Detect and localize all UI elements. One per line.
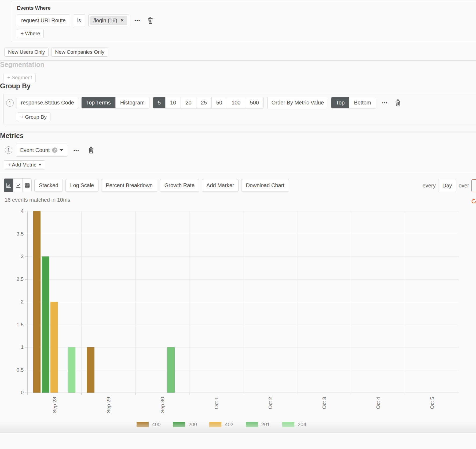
- group-by-count-option[interactable]: 20: [181, 97, 196, 108]
- toolbar-button-log-scale[interactable]: Log Scale: [65, 179, 98, 192]
- legend-item-400[interactable]: 400: [137, 422, 161, 428]
- legend-swatch: [282, 422, 294, 427]
- legend-item-201[interactable]: 201: [246, 422, 270, 428]
- date-range-button[interactable]: Last: [471, 179, 476, 192]
- line-chart-icon: [15, 183, 21, 188]
- y-axis-label: 2: [8, 299, 24, 305]
- ellipsis-icon: •••: [135, 18, 141, 23]
- trash-icon: [88, 146, 94, 154]
- toolbar-button-percent-breakdown[interactable]: Percent Breakdown: [101, 179, 157, 192]
- chart-type-segment: [4, 178, 32, 192]
- metric-more-button[interactable]: •••: [73, 147, 80, 153]
- legend-swatch: [137, 422, 149, 427]
- x-axis-label: Oct 4: [375, 397, 381, 409]
- group-by-mode-option[interactable]: Histogram: [115, 97, 149, 108]
- filter-value-chip[interactable]: /login (16) ✕: [90, 16, 127, 25]
- status-line: 16 events matched in 10ms: [5, 197, 476, 203]
- group-by-title: Group By: [0, 82, 476, 90]
- quick-filter-button[interactable]: New Companies Only: [51, 48, 108, 57]
- quick-filter-row: New Users OnlyNew Companies Only: [4, 48, 476, 57]
- group-by-delete-button[interactable]: [394, 99, 402, 107]
- quick-filter-button[interactable]: New Users Only: [4, 48, 49, 57]
- bar-200-sep-28[interactable]: [42, 256, 49, 393]
- filter-more-button[interactable]: •••: [134, 18, 141, 23]
- metric-label: Event Count: [20, 147, 50, 153]
- filter-row: request.URI Route is /login (16) ✕ •••: [17, 15, 473, 26]
- x-tick: [351, 393, 351, 395]
- group-by-more-button[interactable]: •••: [382, 100, 389, 106]
- bar-204-sep-28[interactable]: [68, 347, 75, 393]
- bar-400-sep-28[interactable]: [33, 211, 41, 393]
- group-by-count-option[interactable]: 10: [165, 97, 181, 108]
- remove-chip-icon[interactable]: ✕: [120, 18, 124, 23]
- group-by-direction-option[interactable]: Top: [331, 97, 349, 108]
- bar-chart-type-button[interactable]: [4, 179, 13, 192]
- x-tick: [243, 393, 243, 395]
- bar-201-sep-30[interactable]: [167, 347, 175, 393]
- metric-select-button[interactable]: Event Count ?: [16, 144, 67, 157]
- group-by-count-option[interactable]: 50: [211, 97, 227, 108]
- add-segment-button[interactable]: + Segment: [3, 73, 36, 82]
- filter-value-box[interactable]: /login (16) ✕: [88, 15, 129, 26]
- y-tick: [25, 393, 27, 393]
- group-by-count-option[interactable]: 100: [227, 97, 245, 108]
- x-axis-label: Oct 2: [268, 397, 273, 409]
- toolbar-buttons: StackedLog ScalePercent BreakdownGrowth …: [34, 179, 289, 192]
- group-by-panel: 1 response.Status Code Top TermsHistogra…: [3, 93, 476, 125]
- legend-item-200[interactable]: 200: [173, 422, 197, 428]
- legend-label: 400: [152, 422, 161, 428]
- v-gridline: [297, 211, 297, 393]
- filter-delete-button[interactable]: [147, 16, 154, 25]
- refresh-icon: [471, 198, 476, 204]
- group-by-direction-option[interactable]: Bottom: [349, 97, 375, 108]
- y-tick: [25, 370, 27, 370]
- add-group-by-button[interactable]: + Group By: [17, 113, 50, 122]
- y-axis-label: 1.5: [8, 321, 24, 328]
- filter-operator-button[interactable]: is: [73, 15, 85, 26]
- interval-button[interactable]: Day: [438, 179, 456, 192]
- ellipsis-icon: •••: [74, 148, 79, 153]
- x-tick: [81, 393, 82, 395]
- x-tick: [459, 393, 459, 395]
- line-chart-type-button[interactable]: [13, 179, 22, 192]
- y-tick: [25, 211, 27, 211]
- v-gridline: [81, 211, 82, 393]
- toolbar-button-growth-rate[interactable]: Growth Rate: [160, 179, 199, 192]
- y-axis-label: 0.5: [8, 367, 24, 373]
- y-axis-label: 2.5: [8, 276, 24, 283]
- metric-delete-button[interactable]: [87, 146, 95, 154]
- v-gridline: [189, 211, 189, 393]
- group-by-row: 1 response.Status Code Top TermsHistogra…: [6, 97, 476, 109]
- v-gridline: [405, 211, 405, 393]
- add-metric-button[interactable]: + Add Metric: [4, 160, 45, 169]
- x-axis-label: Oct 1: [214, 397, 219, 409]
- group-by-field-button[interactable]: response.Status Code: [17, 97, 78, 109]
- events-where-panel: Events Where request.URI Route is /login…: [11, 1, 476, 42]
- group-by-count-option[interactable]: 5: [153, 97, 165, 108]
- group-by-count-segment: 510202550100500: [153, 97, 264, 108]
- bar-402-sep-28[interactable]: [50, 302, 58, 393]
- x-axis-label: Sep 29: [106, 397, 112, 413]
- group-by-count-option[interactable]: 500: [245, 97, 263, 108]
- legend-swatch: [173, 422, 185, 427]
- filter-field-button[interactable]: request.URI Route: [17, 15, 70, 26]
- add-where-button[interactable]: + Where: [17, 29, 44, 38]
- group-by-count-option[interactable]: 25: [196, 97, 211, 108]
- y-tick: [25, 256, 27, 257]
- legend-item-402[interactable]: 402: [209, 422, 233, 428]
- legend-item-204[interactable]: 204: [282, 422, 306, 428]
- bar-400-sep-29[interactable]: [87, 347, 94, 393]
- order-by-metric-button[interactable]: Order By Metric Value: [267, 97, 328, 109]
- toolbar-button-stacked[interactable]: Stacked: [34, 179, 63, 192]
- table-view-button[interactable]: [22, 179, 31, 192]
- toolbar-button-download-chart[interactable]: Download Chart: [241, 179, 289, 192]
- v-gridline: [459, 211, 459, 393]
- refresh-control[interactable]: Se: [471, 198, 476, 204]
- x-tick: [189, 393, 189, 395]
- group-by-mode-option[interactable]: Top Terms: [82, 97, 115, 108]
- toolbar-button-add-marker[interactable]: Add Marker: [202, 179, 239, 192]
- help-icon: ?: [52, 147, 57, 153]
- y-axis-label: 4: [8, 208, 24, 214]
- metric-index-badge: 1: [5, 146, 12, 154]
- segmentation-title: Segmentation: [0, 61, 476, 68]
